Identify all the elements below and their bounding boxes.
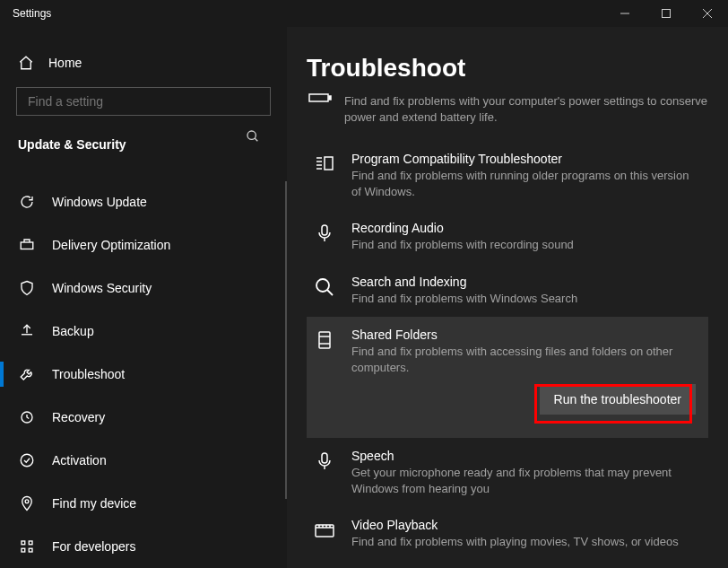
backup-icon (18, 322, 36, 340)
content-pane: Troubleshoot Find and fix problems with … (287, 27, 728, 568)
sidebar-item-troubleshoot[interactable]: Troubleshoot (0, 353, 287, 396)
sidebar-item-activation[interactable]: Activation (0, 439, 287, 482)
maximize-button[interactable] (646, 0, 687, 27)
sidebar-item-label: Recovery (52, 410, 105, 424)
troubleshooter-title: Search and Indexing (351, 275, 701, 289)
svg-rect-6 (21, 242, 33, 249)
troubleshooter-item-video-playback[interactable]: Video Playback Find and fix problems wit… (307, 507, 708, 561)
window-controls (604, 0, 728, 27)
wrench-icon (18, 365, 36, 383)
troubleshooter-desc: Find and fix problems with running older… (351, 168, 701, 199)
troubleshooter-item-shared-folders[interactable]: Shared Folders Find and fix problems wit… (307, 317, 708, 438)
sidebar-item-delivery-optimization[interactable]: Delivery Optimization (0, 223, 287, 267)
svg-rect-21 (322, 225, 327, 235)
svg-rect-11 (29, 541, 32, 545)
sidebar-item-label: For developers (52, 539, 135, 554)
sidebar-item-backup[interactable]: Backup (0, 310, 287, 353)
svg-point-8 (21, 454, 33, 467)
sidebar-nav: Windows Update Delivery Optimization Win… (0, 180, 287, 568)
troubleshooter-desc: Find and fix problems with Windows Searc… (351, 291, 701, 307)
svg-rect-20 (325, 157, 333, 170)
sidebar-item-find-my-device[interactable]: Find my device (0, 482, 287, 525)
svg-point-9 (25, 500, 29, 503)
troubleshooter-desc: Find and fix problems with recording sou… (351, 237, 701, 253)
video-icon (314, 518, 339, 550)
troubleshooter-item-recording-audio[interactable]: Recording Audio Find and fix problems wi… (307, 210, 708, 264)
program-icon (314, 152, 339, 199)
recovery-icon (18, 408, 36, 426)
svg-rect-30 (316, 525, 334, 537)
sidebar-home-label: Home (48, 56, 82, 70)
svg-point-23 (316, 279, 329, 292)
run-troubleshooter-button[interactable]: Run the troubleshooter (540, 384, 696, 415)
computer-icon (314, 328, 339, 427)
delivery-icon (18, 236, 36, 254)
svg-line-24 (327, 290, 333, 295)
troubleshooter-title: Speech (351, 449, 701, 463)
sidebar-item-label: Windows Update (52, 195, 147, 209)
svg-rect-12 (22, 548, 25, 552)
svg-rect-1 (663, 10, 671, 18)
shield-icon (18, 279, 36, 297)
svg-rect-28 (322, 453, 327, 463)
sidebar-item-windows-security[interactable]: Windows Security (0, 267, 287, 310)
troubleshooter-title: Program Compatibility Troubleshooter (351, 152, 701, 166)
troubleshooter-desc: Get your microphone ready and fix proble… (351, 465, 701, 496)
mic-icon (314, 449, 339, 496)
sidebar-section-heading: Update & Security (0, 137, 287, 152)
troubleshooter-item-speech[interactable]: Speech Get your microphone ready and fix… (307, 438, 708, 507)
minimize-button[interactable] (604, 0, 646, 27)
location-icon (18, 494, 36, 512)
home-icon (18, 55, 34, 71)
troubleshooter-item-program-compat[interactable]: Program Compatibility Troubleshooter Fin… (307, 141, 708, 210)
titlebar: Settings (0, 0, 728, 27)
troubleshooter-list: Find and fix problems with your computer… (307, 93, 708, 568)
refresh-icon (18, 193, 36, 211)
svg-rect-25 (319, 332, 330, 348)
sidebar-item-label: Troubleshoot (52, 367, 125, 381)
sidebar-item-label: Activation (52, 453, 107, 468)
sidebar-item-label: Delivery Optimization (52, 238, 170, 252)
mic-icon (314, 221, 339, 253)
sidebar-item-label: Find my device (52, 496, 136, 511)
sidebar-home[interactable]: Home (0, 50, 287, 74)
sidebar: Home Update & Security Windows Update De… (0, 27, 287, 568)
troubleshooter-desc: Find and fix problems with accessing fil… (351, 344, 701, 375)
search-input[interactable] (16, 87, 271, 116)
page-title: Troubleshoot (307, 54, 708, 83)
svg-rect-15 (329, 96, 331, 100)
svg-rect-13 (29, 548, 32, 552)
sidebar-item-label: Backup (52, 324, 94, 338)
troubleshooter-title: Recording Audio (351, 221, 701, 235)
troubleshooter-item-search-indexing[interactable]: Search and Indexing Find and fix problem… (307, 264, 708, 318)
troubleshooter-desc: Find and fix problems with playing movie… (351, 534, 701, 550)
sidebar-item-for-developers[interactable]: For developers (0, 525, 287, 568)
activation-icon (18, 451, 36, 469)
sidebar-item-recovery[interactable]: Recovery (0, 396, 287, 439)
close-button[interactable] (687, 0, 728, 27)
developer-icon (18, 537, 36, 555)
svg-rect-14 (309, 94, 328, 101)
search-container (0, 87, 287, 116)
svg-rect-10 (22, 541, 25, 545)
magnifier-icon (314, 275, 339, 307)
troubleshooter-title: Video Playback (351, 518, 701, 532)
sidebar-item-label: Windows Security (52, 281, 152, 295)
troubleshooter-title: Shared Folders (351, 328, 701, 342)
sidebar-item-windows-update[interactable]: Windows Update (0, 180, 287, 223)
battery-icon (308, 93, 332, 102)
window-title: Settings (13, 7, 51, 20)
troubleshooter-desc: Find and fix problems with your computer… (344, 93, 708, 125)
troubleshooter-item-windows-store-apps[interactable]: Windows Store Apps (307, 561, 708, 568)
troubleshooter-item-power[interactable]: Find and fix problems with your computer… (307, 93, 708, 141)
